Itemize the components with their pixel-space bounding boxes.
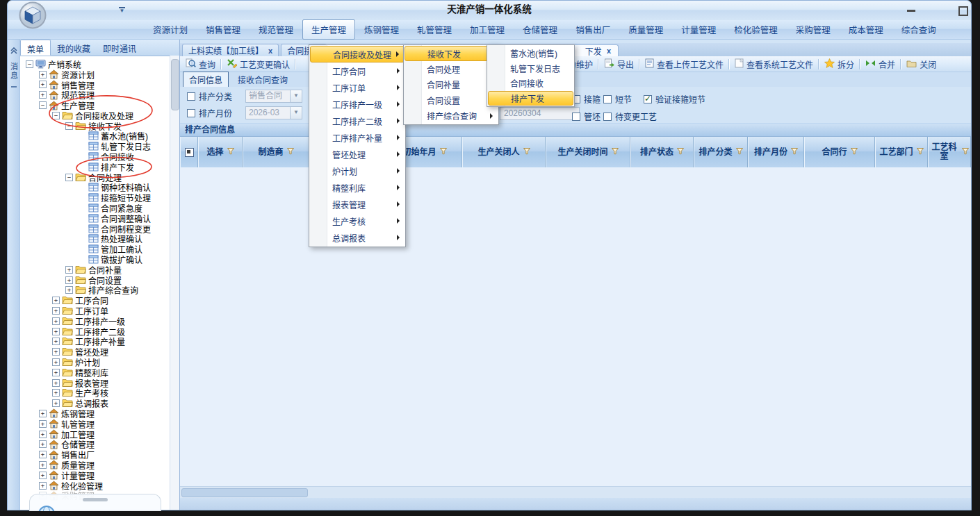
expand-toggle-icon[interactable]: + — [39, 482, 47, 490]
message-collapsed-strip[interactable]: 消息 — [8, 40, 20, 510]
expand-toggle-icon[interactable]: + — [39, 410, 47, 417]
app-logo-icon[interactable] — [19, 1, 47, 32]
column-header-排产状态[interactable]: 排产状态 — [630, 137, 694, 167]
checkbox-icon[interactable] — [187, 109, 195, 117]
tree-item-产销系统[interactable]: −产销系统 — [20, 59, 170, 69]
menubar-item-仓储管理[interactable]: 仓储管理 — [514, 19, 566, 40]
menu-item-报表管理[interactable]: 报表管理 — [310, 196, 405, 213]
column-header-排产分类[interactable]: 排产分类 — [694, 137, 748, 167]
menu-item-工序排产一级[interactable]: 工序排产一级 — [310, 96, 405, 113]
expand-toggle-icon[interactable]: − — [52, 112, 60, 119]
expand-toggle-icon[interactable]: + — [39, 71, 47, 78]
expand-toggle-icon[interactable]: + — [39, 431, 47, 438]
menubar-item-计量管理[interactable]: 计量管理 — [672, 19, 725, 40]
expand-toggle-icon[interactable]: + — [39, 472, 47, 479]
expand-toggle-icon[interactable]: + — [52, 348, 60, 356]
menubar-item-质量管理[interactable]: 质量管理 — [619, 19, 672, 40]
checkbox-icon[interactable] — [187, 92, 195, 101]
tree-item-合同处理[interactable]: −合同处理 — [20, 172, 170, 183]
expand-toggle-icon[interactable]: + — [39, 461, 47, 469]
menubar-item-规范管理[interactable]: 规范管理 — [250, 19, 302, 40]
column-header-生产关闭人[interactable]: 生产关闭人 — [462, 137, 546, 167]
menubar-item-销售管理[interactable]: 销售管理 — [197, 19, 250, 40]
quick-access-dropdown-icon[interactable]: ▼ — [119, 7, 125, 13]
expand-toggle-icon[interactable]: + — [39, 81, 47, 88]
tree-item-合同设置[interactable]: +合同设置 — [20, 275, 170, 285]
sidebar-tab-我的收藏[interactable]: 我的收藏 — [51, 40, 97, 56]
tree-item-资源计划[interactable]: +资源计划 — [20, 69, 170, 80]
expand-toggle-icon[interactable]: + — [52, 358, 60, 366]
toolbar-button-查看系统工艺文件[interactable]: 查看系统工艺文件 — [732, 57, 816, 72]
menubar-item-销售出厂[interactable]: 销售出厂 — [566, 19, 619, 40]
sidebar-tab-菜单[interactable]: 菜单 — [20, 40, 51, 56]
expand-toggle-icon[interactable]: + — [39, 440, 47, 448]
inner-tab-接收合同查询[interactable]: 接收合同查询 — [232, 72, 293, 87]
option-check-短节[interactable]: 短节 — [603, 93, 632, 105]
sidebar-tab-即时通讯[interactable]: 即时通讯 — [97, 40, 142, 56]
expand-toggle-icon[interactable]: + — [52, 399, 60, 407]
expand-toggle-icon[interactable]: + — [52, 379, 60, 387]
filter-select-排产月份[interactable]: 2026-03▼ — [245, 106, 302, 119]
tree-item-工序排产一级[interactable]: +工序排产一级 — [20, 316, 170, 326]
expand-toggle-icon[interactable]: + — [52, 338, 60, 345]
tree-item-计量管理[interactable]: +计量管理 — [20, 470, 170, 481]
checkbox-icon[interactable] — [603, 113, 612, 121]
column-header-制造商[interactable]: 制造商 — [243, 137, 309, 167]
tree-item-质量管理[interactable]: +质量管理 — [20, 460, 170, 470]
menu-item-管坯处理[interactable]: 管坯处理 — [310, 146, 405, 163]
tree-item-生产管理[interactable]: −生产管理 — [20, 100, 170, 110]
maximize-button[interactable] — [958, 6, 968, 16]
column-header-合同行[interactable]: 合同行 — [804, 137, 875, 167]
expand-toggle-icon[interactable]: − — [39, 101, 47, 109]
menu-item-合同补量[interactable]: 合同补量 — [405, 77, 498, 92]
option-check-管坯[interactable]: 管坯 — [572, 110, 601, 122]
filter-funnel-icon[interactable] — [917, 148, 924, 157]
tree-item-钢种坯料确认[interactable]: 钢种坯料确认 — [20, 183, 170, 193]
tree-item-排产下发[interactable]: 排产下发 — [20, 162, 170, 172]
filter-check-排产分类[interactable]: 排产分类 — [187, 90, 232, 102]
menu-item-总调报表[interactable]: 总调报表 — [310, 229, 405, 246]
bottom-popup[interactable] — [29, 494, 161, 511]
expand-toggle-icon[interactable]: + — [39, 451, 47, 458]
tree-item-合同接收[interactable]: 合同接收 — [20, 151, 170, 162]
menubar-item-采购管理[interactable]: 采购管理 — [787, 19, 840, 40]
tree-item-销售管理[interactable]: +销售管理 — [20, 80, 170, 90]
expand-toggle-icon[interactable]: + — [52, 389, 60, 397]
menu-item-接收下发[interactable]: 接收下发 — [405, 46, 498, 61]
filter-funnel-icon[interactable] — [791, 148, 798, 157]
tree-item-轧管下发日志[interactable]: 轧管下发日志 — [20, 141, 170, 151]
filter-funnel-icon[interactable] — [227, 148, 234, 157]
filter-funnel-icon[interactable] — [612, 148, 619, 157]
column-header-排产月份[interactable]: 排产月份 — [748, 137, 804, 167]
tree-item-仓储管理[interactable]: +仓储管理 — [20, 439, 170, 449]
tab-close-icon[interactable]: x — [607, 47, 611, 55]
expand-toggle-icon[interactable]: + — [52, 369, 60, 376]
tree-item-热处理确认[interactable]: 热处理确认 — [20, 234, 170, 244]
toolbar-button-工艺变更确认[interactable]: 工艺变更确认 — [224, 56, 293, 72]
expand-toggle-icon[interactable]: + — [65, 266, 73, 274]
expand-toggle-icon[interactable]: + — [52, 328, 60, 335]
menu-item-排产综合查询[interactable]: 排产综合查询 — [405, 108, 498, 124]
tree-item-工序订单[interactable]: +工序订单 — [20, 306, 170, 316]
toolbar-button-合并[interactable]: 合并 — [863, 57, 898, 72]
checkbox-icon[interactable] — [644, 95, 652, 103]
filter-funnel-icon[interactable] — [523, 148, 530, 157]
checkbox-icon[interactable] — [603, 95, 612, 103]
toolbar-button-导出[interactable]: 导出 — [601, 57, 637, 72]
tree-item-加工管理[interactable]: +加工管理 — [20, 429, 170, 440]
menu-item-合同接收及处理[interactable]: 合同接收及处理 — [310, 46, 405, 63]
expand-toggle-icon[interactable]: + — [52, 307, 60, 315]
expand-toggle-icon[interactable]: + — [39, 420, 47, 428]
grid-hscroll-thumb[interactable] — [181, 488, 308, 497]
column-header-blank[interactable] — [180, 137, 198, 167]
menu-item-工序订单[interactable]: 工序订单 — [310, 79, 405, 96]
column-header-选择[interactable]: 选择 — [198, 137, 243, 167]
tree-item-合同调整确认[interactable]: 合同调整确认 — [20, 213, 170, 224]
expand-toggle-icon[interactable]: − — [26, 60, 33, 68]
tree-item-蓄水池(销售)[interactable]: 蓄水池(销售) — [20, 131, 170, 142]
tree-item-工序合同[interactable]: +工序合同 — [20, 295, 170, 306]
menubar-item-生产管理[interactable]: 生产管理 — [302, 19, 355, 40]
menu-item-工序排产二级[interactable]: 工序排产二级 — [310, 113, 405, 129]
menu-item-蓄水池(销售)[interactable]: 蓄水池(销售) — [488, 46, 573, 61]
tree-item-接收下发[interactable]: −接收下发 — [20, 121, 170, 131]
